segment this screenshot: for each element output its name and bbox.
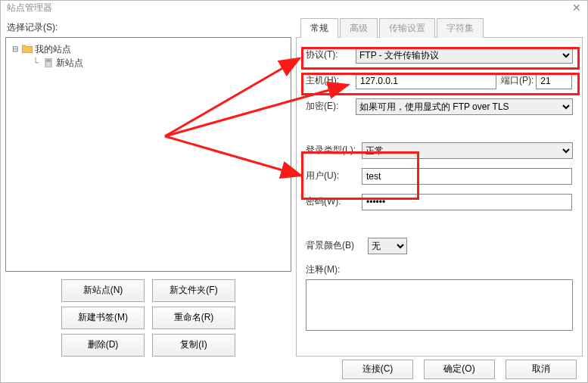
encryption-label: 加密(E): bbox=[306, 100, 356, 113]
tree-item-label: 新站点 bbox=[56, 56, 83, 70]
tab-advanced[interactable]: 高级 bbox=[340, 18, 378, 38]
tree-item-new-site[interactable]: └ 新站点 bbox=[9, 56, 288, 70]
password-label: 密码(W): bbox=[306, 195, 362, 208]
tree-connector-icon: └ bbox=[30, 56, 41, 70]
comments-label: 注释(M): bbox=[306, 262, 573, 279]
close-icon[interactable]: ✕ bbox=[572, 2, 581, 14]
tree-toggle-icon[interactable]: ⊟ bbox=[11, 42, 20, 56]
tab-general[interactable]: 常规 bbox=[300, 18, 338, 38]
select-entry-label: 选择记录(S): bbox=[5, 18, 291, 37]
new-bookmark-button[interactable]: 新建书签(M) bbox=[61, 307, 145, 329]
tree-root[interactable]: ⊟ 我的站点 bbox=[9, 42, 288, 56]
server-icon bbox=[42, 58, 54, 68]
logon-type-select[interactable]: 正常 bbox=[362, 142, 573, 159]
connect-button[interactable]: 连接(C) bbox=[342, 360, 413, 379]
tab-transfer[interactable]: 传输设置 bbox=[379, 18, 435, 38]
window-title: 站点管理器 bbox=[7, 2, 52, 14]
protocol-select[interactable]: FTP - 文件传输协议 bbox=[356, 47, 573, 64]
user-input[interactable] bbox=[362, 168, 572, 185]
host-label: 主机(H): bbox=[306, 74, 356, 87]
folder-icon bbox=[21, 44, 33, 54]
copy-button[interactable]: 复制(I) bbox=[152, 334, 235, 357]
delete-button[interactable]: 删除(D) bbox=[61, 334, 145, 357]
encryption-select[interactable]: 如果可用，使用显式的 FTP over TLS bbox=[356, 98, 573, 115]
site-tree[interactable]: ⊟ 我的站点 └ 新站点 bbox=[5, 37, 291, 272]
comments-textarea[interactable] bbox=[306, 279, 573, 331]
port-input[interactable] bbox=[536, 73, 572, 89]
new-folder-button[interactable]: 新文件夹(F) bbox=[152, 279, 235, 302]
cancel-button[interactable]: 取消 bbox=[506, 360, 577, 379]
new-site-button[interactable]: 新站点(N) bbox=[61, 279, 145, 302]
titlebar: 站点管理器 ✕ bbox=[1, 1, 587, 15]
host-input[interactable] bbox=[356, 73, 496, 89]
svg-rect-1 bbox=[47, 59, 51, 61]
rename-button[interactable]: 重命名(R) bbox=[152, 307, 235, 329]
password-input[interactable] bbox=[362, 194, 572, 210]
protocol-label: 协议(T): bbox=[306, 48, 356, 61]
user-label: 用户(U): bbox=[306, 170, 362, 182]
port-label: 端口(P): bbox=[501, 74, 534, 87]
tree-root-label: 我的站点 bbox=[35, 42, 71, 56]
bgcolor-select[interactable]: 无 bbox=[368, 238, 407, 254]
bgcolor-label: 背景颜色(B) bbox=[306, 239, 368, 252]
general-panel: 协议(T): FTP - 文件传输协议 主机(H): 端口(P): 加密(E):… bbox=[296, 38, 583, 357]
logon-type-label: 登录类型(L): bbox=[306, 144, 362, 157]
ok-button[interactable]: 确定(O) bbox=[424, 360, 495, 379]
tab-charset[interactable]: 字符集 bbox=[437, 18, 484, 38]
tab-bar: 常规 高级 传输设置 字符集 bbox=[296, 18, 583, 38]
